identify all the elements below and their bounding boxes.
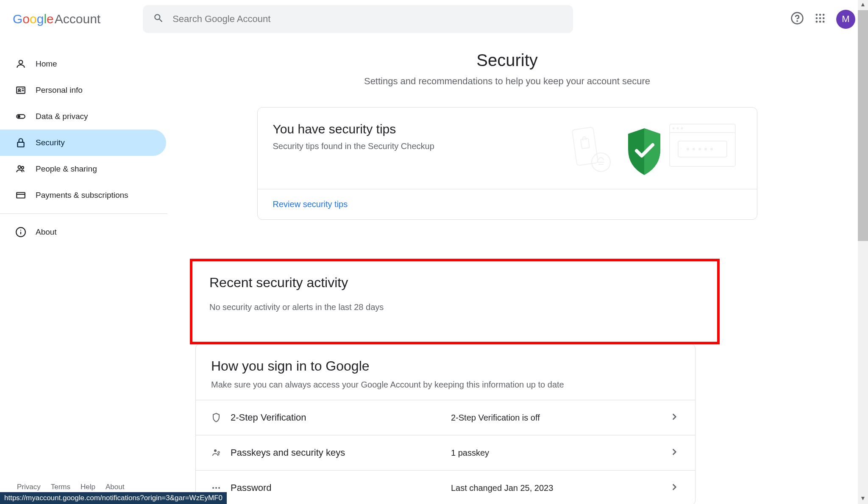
svg-rect-19 bbox=[17, 193, 25, 198]
passkey-icon bbox=[211, 448, 231, 458]
apps-grid-icon[interactable] bbox=[814, 12, 826, 26]
chevron-right-icon bbox=[669, 446, 680, 459]
recent-activity-highlighted: Recent security activity No security act… bbox=[190, 259, 720, 344]
sidebar-item-people-sharing[interactable]: People & sharing bbox=[0, 156, 166, 182]
svg-rect-22 bbox=[580, 138, 589, 149]
scrollbar-thumb[interactable] bbox=[858, 10, 868, 241]
sidebar-item-security[interactable]: Security bbox=[0, 130, 166, 156]
svg-rect-21 bbox=[572, 127, 598, 166]
sidebar-item-label: Security bbox=[36, 138, 65, 147]
tips-card-subtitle: Security tips found in the Security Chec… bbox=[273, 141, 564, 151]
signin-subtitle: Make sure you can always access your Goo… bbox=[196, 374, 695, 400]
svg-point-35 bbox=[218, 451, 220, 453]
svg-point-27 bbox=[681, 127, 683, 130]
sidebar: Home Personal info Data & privacy Securi… bbox=[0, 38, 167, 245]
shield-icon bbox=[211, 413, 231, 423]
svg-rect-28 bbox=[678, 141, 727, 157]
svg-point-33 bbox=[710, 148, 713, 150]
svg-rect-16 bbox=[17, 142, 24, 147]
id-card-icon bbox=[14, 85, 27, 96]
svg-point-18 bbox=[22, 166, 24, 169]
page-title: Security bbox=[167, 51, 847, 70]
security-tips-card: You have security tips Security tips fou… bbox=[257, 107, 757, 220]
footer-link-privacy[interactable]: Privacy bbox=[17, 483, 41, 491]
search-box[interactable] bbox=[143, 5, 573, 33]
tips-card-title: You have security tips bbox=[273, 122, 564, 136]
scrollbar-down-arrow[interactable]: ▼ bbox=[859, 495, 867, 503]
svg-point-1 bbox=[797, 21, 797, 21]
svg-point-7 bbox=[823, 17, 825, 19]
sidebar-item-label: Data & privacy bbox=[36, 112, 88, 121]
svg-point-2 bbox=[816, 14, 818, 16]
footer-link-help[interactable]: Help bbox=[81, 483, 95, 491]
sidebar-item-label: People & sharing bbox=[36, 164, 97, 174]
help-icon[interactable] bbox=[790, 11, 804, 27]
row-label: Passkeys and security keys bbox=[231, 447, 451, 458]
header: Google Account M bbox=[0, 0, 868, 38]
sidebar-item-about[interactable]: About bbox=[0, 219, 166, 245]
svg-point-29 bbox=[687, 148, 689, 150]
svg-point-13 bbox=[19, 89, 20, 91]
row-label: Password bbox=[231, 482, 451, 493]
svg-point-34 bbox=[214, 449, 217, 452]
svg-point-9 bbox=[819, 21, 821, 23]
google-account-logo[interactable]: Google Account bbox=[13, 12, 100, 26]
security-illustration bbox=[564, 122, 742, 177]
page-subtitle: Settings and recommendations to help you… bbox=[167, 76, 847, 87]
chevron-right-icon bbox=[669, 482, 680, 494]
chevron-right-icon bbox=[669, 411, 680, 424]
svg-point-38 bbox=[218, 487, 220, 489]
status-bar-url: https://myaccount.google.com/notificatio… bbox=[0, 492, 227, 504]
svg-point-3 bbox=[819, 14, 821, 16]
review-tips-link[interactable]: Review security tips bbox=[273, 199, 348, 209]
svg-point-17 bbox=[18, 166, 21, 169]
avatar[interactable]: M bbox=[836, 10, 855, 29]
scrollbar-up-arrow[interactable]: ▲ bbox=[859, 1, 867, 9]
credit-card-icon bbox=[14, 190, 27, 201]
search-icon bbox=[153, 13, 164, 25]
row-label: 2-Step Verification bbox=[231, 412, 451, 423]
svg-point-30 bbox=[693, 148, 695, 150]
svg-point-5 bbox=[816, 17, 818, 19]
svg-point-25 bbox=[672, 127, 674, 130]
footer-links: Privacy Terms Help About bbox=[17, 483, 124, 491]
scrollbar[interactable]: ▲ ▼ bbox=[858, 0, 868, 504]
sidebar-item-personal-info[interactable]: Personal info bbox=[0, 77, 166, 103]
footer-link-terms[interactable]: Terms bbox=[51, 483, 70, 491]
svg-point-26 bbox=[676, 127, 679, 130]
svg-point-6 bbox=[819, 17, 821, 19]
lock-icon bbox=[14, 137, 27, 148]
password-icon bbox=[211, 483, 231, 493]
svg-point-15 bbox=[18, 116, 20, 117]
svg-point-32 bbox=[704, 148, 707, 150]
sidebar-item-label: Payments & subscriptions bbox=[36, 191, 128, 200]
svg-point-37 bbox=[215, 487, 217, 489]
sidebar-item-label: Home bbox=[36, 59, 57, 69]
footer-link-about[interactable]: About bbox=[106, 483, 124, 491]
people-icon bbox=[14, 163, 27, 174]
sidebar-item-home[interactable]: Home bbox=[0, 51, 166, 77]
row-2step[interactable]: 2-Step Verification 2-Step Verification … bbox=[196, 400, 695, 435]
logo-account-text: Account bbox=[55, 12, 100, 26]
home-icon bbox=[14, 58, 27, 69]
sidebar-item-data-privacy[interactable]: Data & privacy bbox=[0, 103, 166, 130]
search-input[interactable] bbox=[172, 14, 563, 25]
svg-point-11 bbox=[19, 60, 23, 64]
svg-point-31 bbox=[698, 148, 701, 150]
row-password[interactable]: Password Last changed Jan 25, 2023 bbox=[196, 470, 695, 504]
avatar-initial: M bbox=[842, 14, 849, 25]
svg-point-4 bbox=[823, 14, 825, 16]
sidebar-item-payments[interactable]: Payments & subscriptions bbox=[0, 182, 166, 208]
activity-title: Recent security activity bbox=[209, 275, 702, 291]
row-passkeys[interactable]: Passkeys and security keys 1 passkey bbox=[196, 435, 695, 470]
signin-title: How you sign in to Google bbox=[196, 358, 695, 374]
info-icon bbox=[14, 227, 27, 238]
sidebar-divider bbox=[0, 213, 167, 214]
toggle-icon bbox=[14, 111, 27, 122]
row-value: Last changed Jan 25, 2023 bbox=[451, 483, 669, 493]
svg-rect-24 bbox=[670, 124, 735, 166]
svg-point-10 bbox=[823, 21, 825, 23]
svg-point-8 bbox=[816, 21, 818, 23]
sidebar-item-label: Personal info bbox=[36, 86, 83, 95]
row-value: 1 passkey bbox=[451, 448, 669, 458]
